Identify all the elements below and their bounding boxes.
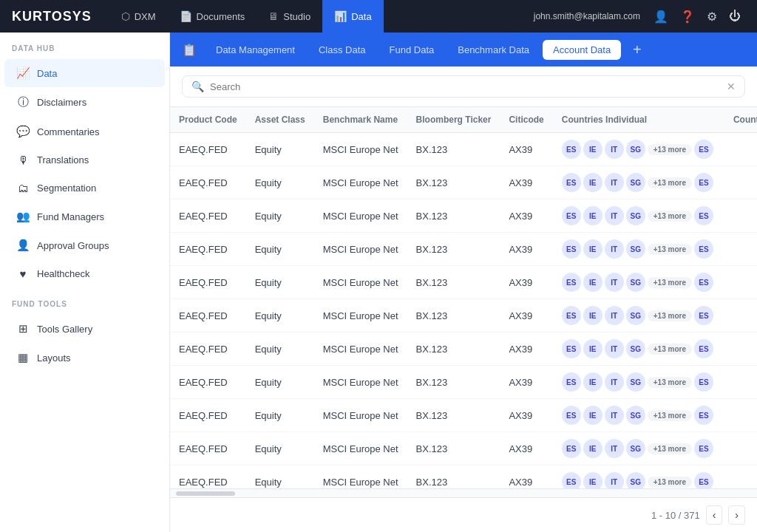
disclaimers-icon: ⓘ (16, 95, 30, 109)
table-row[interactable]: EAEQ.FED Equity MSCI Europe Net BX.123 A… (170, 200, 757, 233)
cell-bloomberg-ticker: BX.123 (407, 133, 500, 166)
sidebar-commentaries-label: Commentaries (37, 126, 100, 137)
sub-nav-data-management[interactable]: Data Management (206, 40, 305, 60)
logout-icon[interactable]: ⏻ (724, 5, 745, 27)
nav-data-label: Data (351, 11, 371, 22)
nav-dxm[interactable]: ⬡ DXM (109, 0, 168, 33)
sidebar-item-healthcheck[interactable]: ♥ Healthcheck (4, 260, 165, 287)
search-input-wrap[interactable]: 🔍 ✕ (182, 75, 745, 98)
search-input[interactable] (210, 81, 721, 92)
cell-citicode: AX39 (500, 266, 552, 299)
country-badge: ES (562, 372, 581, 392)
cell-product-code: EAEQ.FED (170, 432, 246, 466)
table-row[interactable]: EAEQ.FED Equity MSCI Europe Net BX.123 A… (170, 432, 757, 466)
sidebar-item-layouts[interactable]: ▦ Layouts (4, 344, 165, 372)
nav-documents[interactable]: 📄 Documents (168, 0, 257, 33)
country-badge: IE (583, 339, 602, 358)
cell-asset-class: Equity (246, 366, 314, 399)
settings-icon[interactable]: ⚙ (702, 5, 722, 28)
sidebar-item-tools-gallery[interactable]: ⊞ Tools Gallery (4, 315, 165, 343)
table-row[interactable]: EAEQ.FED Equity MSCI Europe Net BX.123 A… (170, 233, 757, 266)
col-count: Count (724, 107, 757, 133)
cell-benchmark-name: MSCI Europe Net (314, 466, 407, 489)
cell-count (724, 466, 757, 489)
more-countries-badge: +13 more (648, 410, 692, 421)
sub-nav-class-data[interactable]: Class Data (308, 40, 376, 60)
top-nav: KURTOSYS ⬡ DXM 📄 Documents 🖥 Studio 📊 Da… (0, 0, 757, 33)
more-countries-badge: +13 more (648, 244, 692, 255)
table-row[interactable]: EAEQ.FED Equity MSCI Europe Net BX.123 A… (170, 332, 757, 366)
country-badge: IT (605, 140, 624, 159)
cell-citicode: AX39 (500, 166, 552, 200)
cell-benchmark-name: MSCI Europe Net (314, 332, 407, 366)
cell-benchmark-name: MSCI Europe Net (314, 299, 407, 332)
sidebar-healthcheck-label: Healthcheck (37, 268, 90, 279)
cell-count (724, 166, 757, 200)
sidebar-section-fund-tools: FUND TOOLS (0, 288, 169, 314)
sub-nav-account-data[interactable]: Account Data (543, 40, 621, 60)
data-icon: 📈 (16, 66, 30, 80)
next-page-button[interactable]: › (728, 505, 745, 525)
cell-count (724, 332, 757, 366)
user-email: john.smith@kapitalam.com (534, 11, 640, 21)
cell-bloomberg-ticker: BX.123 (407, 200, 500, 233)
sub-nav-benchmark-data[interactable]: Benchmark Data (447, 40, 540, 60)
cell-citicode: AX39 (500, 299, 552, 332)
user-icon[interactable]: 👤 (649, 5, 673, 28)
sidebar-item-approval-groups[interactable]: 👤 Approval Groups (4, 231, 165, 259)
extra-country-badge: ES (694, 472, 713, 488)
cell-bloomberg-ticker: BX.123 (407, 166, 500, 200)
table-row[interactable]: EAEQ.FED Equity MSCI Europe Net BX.123 A… (170, 299, 757, 332)
table-row[interactable]: EAEQ.FED Equity MSCI Europe Net BX.123 A… (170, 366, 757, 399)
country-badge: IT (605, 439, 624, 458)
cell-countries: ESIEITSG+13 moreES (553, 200, 724, 233)
cell-citicode: AX39 (500, 332, 552, 366)
nav-studio[interactable]: 🖥 Studio (257, 0, 322, 33)
sidebar-tools-gallery-label: Tools Gallery (37, 324, 92, 335)
horizontal-scrollbar[interactable] (170, 488, 757, 497)
sidebar-item-fund-managers[interactable]: 👥 Fund Managers (4, 202, 165, 231)
table-row[interactable]: EAEQ.FED Equity MSCI Europe Net BX.123 A… (170, 266, 757, 299)
more-countries-badge: +13 more (648, 477, 692, 488)
country-badge: ES (562, 306, 581, 325)
prev-page-button[interactable]: ‹ (706, 505, 723, 525)
country-badge: ES (562, 339, 581, 358)
sidebar-item-translations[interactable]: 🎙 Translations (4, 146, 165, 174)
cell-countries: ESIEITSG+13 moreES (553, 233, 724, 266)
cell-count (724, 133, 757, 166)
help-icon[interactable]: ❓ (676, 5, 699, 28)
sidebar-item-data[interactable]: 📈 Data (4, 59, 165, 87)
data-table: Product Code Asset Class Benchmark Name … (170, 107, 757, 488)
country-badge: SG (626, 339, 645, 358)
pagination: 1 - 10 / 371 ‹ › (170, 497, 757, 532)
scroll-thumb[interactable] (176, 491, 235, 496)
more-countries-badge: +13 more (648, 310, 692, 321)
sidebar-item-segmentation[interactable]: 🗂 Segmentation (4, 174, 165, 202)
search-icon: 🔍 (191, 81, 204, 92)
cell-countries: ESIEITSG+13 moreES (553, 166, 724, 200)
fund-managers-icon: 👥 (16, 210, 30, 223)
cell-bloomberg-ticker: BX.123 (407, 466, 500, 489)
table-row[interactable]: EAEQ.FED Equity MSCI Europe Net BX.123 A… (170, 466, 757, 489)
cell-asset-class: Equity (246, 332, 314, 366)
country-badge: SG (626, 206, 645, 225)
country-badge: SG (626, 306, 645, 325)
country-badge: IT (605, 239, 624, 259)
table-row[interactable]: EAEQ.FED Equity MSCI Europe Net BX.123 A… (170, 166, 757, 200)
sidebar-item-disclaimers[interactable]: ⓘ Disclaimers (4, 88, 165, 117)
cell-benchmark-name: MSCI Europe Net (314, 432, 407, 466)
sidebar-item-commentaries[interactable]: 💬 Commentaries (4, 117, 165, 146)
col-benchmark-name: Benchmark Name (314, 107, 407, 133)
country-badge: ES (562, 173, 581, 192)
nav-studio-label: Studio (283, 11, 310, 22)
clear-search-button[interactable]: ✕ (727, 81, 736, 92)
add-tab-button[interactable]: + (627, 38, 648, 61)
table-row[interactable]: EAEQ.FED Equity MSCI Europe Net BX.123 A… (170, 399, 757, 432)
more-countries-badge: +13 more (648, 344, 692, 355)
table-row[interactable]: EAEQ.FED Equity MSCI Europe Net BX.123 A… (170, 133, 757, 166)
cell-citicode: AX39 (500, 399, 552, 432)
cell-benchmark-name: MSCI Europe Net (314, 133, 407, 166)
nav-data[interactable]: 📊 Data (322, 0, 383, 33)
cell-countries: ESIEITSG+13 moreES (553, 366, 724, 399)
sub-nav-fund-data[interactable]: Fund Data (379, 40, 445, 60)
